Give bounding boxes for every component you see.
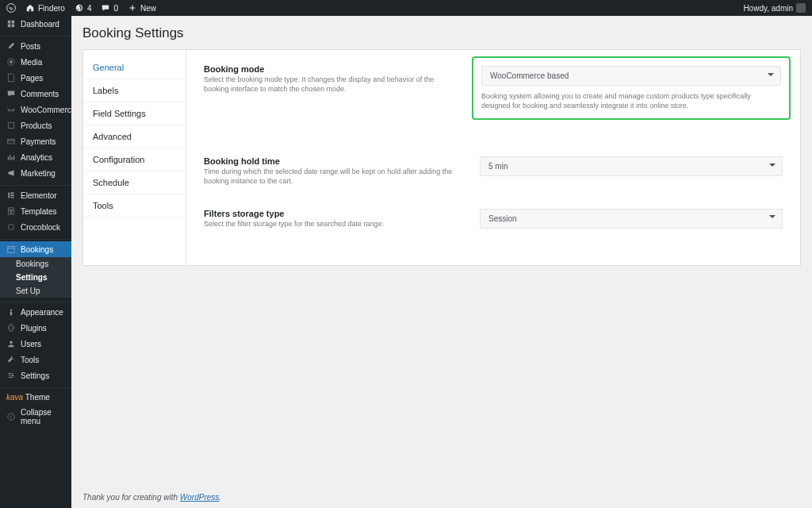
- svg-rect-3: [8, 140, 14, 144]
- menu-separator: [0, 385, 71, 388]
- bookings-submenu: Bookings Settings Set Up: [0, 257, 71, 298]
- tab-advanced[interactable]: Advanced: [83, 125, 186, 148]
- footer-wordpress-link[interactable]: WordPress: [180, 493, 219, 502]
- comments-count: 0: [113, 4, 118, 13]
- comments-icon: [6, 89, 16, 98]
- setting-label: Booking hold time Time during which the …: [204, 156, 458, 186]
- kava-theme-link[interactable]: kava Theme: [0, 390, 71, 405]
- appearance-icon: [6, 307, 16, 317]
- booking-mode-select[interactable]: WooCommerce based: [481, 66, 781, 86]
- site-name: Findero: [38, 4, 65, 13]
- menu-separator: [0, 299, 71, 302]
- sidebar-item-label: Users: [21, 340, 41, 348]
- collapse-menu[interactable]: Collapse menu: [0, 405, 71, 429]
- sidebar-item-label: Payments: [21, 137, 56, 146]
- dashboard-icon: [6, 19, 16, 29]
- admin-sidebar: Dashboard Posts Media Pages Comments Woo…: [0, 16, 71, 508]
- sidebar-item-label: Products: [21, 121, 52, 130]
- sidebar-item-bookings[interactable]: Bookings: [0, 241, 71, 257]
- submenu-bookings[interactable]: Bookings: [0, 257, 71, 271]
- sidebar-item-label: Templates: [21, 207, 57, 216]
- posts-icon: [6, 41, 16, 51]
- sidebar-item-plugins[interactable]: Plugins: [0, 320, 71, 336]
- setting-storage-type: Filters storage type Select the filter s…: [204, 209, 783, 229]
- sidebar-item-elementor[interactable]: Elementor: [0, 187, 71, 203]
- setting-description: Select the booking mode type. It changes…: [204, 75, 458, 94]
- sidebar-item-analytics[interactable]: Analytics: [0, 149, 71, 165]
- sidebar-item-woocommerce[interactable]: WooCommerce: [0, 102, 71, 117]
- sidebar-item-label: Elementor: [21, 191, 57, 200]
- footer-suffix: .: [219, 493, 221, 502]
- setting-description: Select the filter storage type for the s…: [204, 220, 458, 229]
- tab-tools[interactable]: Tools: [83, 194, 186, 217]
- croco-icon: [6, 222, 16, 232]
- update-icon: [75, 3, 84, 13]
- greeting-text: Howdy, admin: [743, 4, 793, 13]
- sidebar-item-users[interactable]: Users: [0, 336, 71, 352]
- sidebar-item-label: Plugins: [21, 324, 47, 333]
- setting-title: Booking hold time: [204, 156, 458, 166]
- setting-label: Booking mode Select the booking mode typ…: [204, 64, 458, 94]
- new-label: New: [140, 4, 156, 13]
- hold-time-select[interactable]: 5 min: [480, 156, 783, 176]
- sidebar-item-crocoblock[interactable]: Crocoblock: [0, 219, 71, 235]
- woo-icon: [6, 105, 16, 114]
- svg-rect-12: [10, 312, 12, 315]
- sidebar-item-dashboard[interactable]: Dashboard: [0, 16, 71, 32]
- storage-type-select[interactable]: Session: [480, 209, 783, 229]
- sidebar-item-products[interactable]: Products: [0, 117, 71, 133]
- site-name-link[interactable]: Findero: [25, 3, 65, 13]
- sidebar-item-comments[interactable]: Comments: [0, 86, 71, 102]
- sidebar-item-settings[interactable]: Settings: [0, 368, 71, 383]
- tab-schedule[interactable]: Schedule: [83, 171, 186, 194]
- tools-icon: [6, 355, 16, 364]
- avatar: [796, 3, 806, 13]
- settings-body: Booking mode Select the booking mode typ…: [186, 50, 800, 265]
- settings-panel: General Labels Field Settings Advanced C…: [82, 49, 801, 266]
- sidebar-item-appearance[interactable]: Appearance: [0, 304, 71, 320]
- sidebar-item-tools[interactable]: Tools: [0, 352, 71, 368]
- user-greeting-link[interactable]: Howdy, admin: [743, 3, 806, 13]
- new-link[interactable]: New: [128, 3, 156, 13]
- marketing-icon: [6, 168, 16, 178]
- svg-point-1: [10, 60, 13, 64]
- tab-general[interactable]: General: [83, 56, 186, 79]
- tab-configuration[interactable]: Configuration: [83, 148, 186, 171]
- sidebar-item-label: Bookings: [21, 245, 53, 254]
- admin-bar: Findero 4 0 New Howdy, admin: [0, 0, 812, 16]
- svg-rect-5: [8, 192, 10, 198]
- kava-suffix: Theme: [25, 393, 50, 402]
- tab-labels[interactable]: Labels: [83, 79, 186, 102]
- sidebar-item-pages[interactable]: Pages: [0, 70, 71, 86]
- setting-title: Filters storage type: [204, 209, 458, 218]
- pages-icon: [6, 73, 16, 83]
- content-area: Booking Settings General Labels Field Se…: [71, 16, 812, 508]
- svg-point-9: [8, 224, 13, 229]
- svg-point-13: [10, 341, 13, 344]
- footer-prefix: Thank you for creating with: [82, 493, 180, 502]
- updates-count: 4: [87, 4, 92, 13]
- footer: Thank you for creating with WordPress.: [82, 493, 221, 502]
- submenu-settings[interactable]: Settings: [0, 271, 71, 284]
- sidebar-item-label: Marketing: [21, 169, 56, 178]
- settings-tabs: General Labels Field Settings Advanced C…: [83, 50, 186, 265]
- sidebar-item-media[interactable]: Media: [0, 54, 71, 70]
- media-icon: [6, 57, 16, 67]
- sidebar-item-payments[interactable]: Payments: [0, 133, 71, 149]
- submenu-setup[interactable]: Set Up: [0, 284, 71, 298]
- wp-logo[interactable]: [6, 3, 16, 13]
- sidebar-item-label: WooCommerce: [21, 106, 71, 114]
- sidebar-item-marketing[interactable]: Marketing: [0, 165, 71, 181]
- setting-control: Session: [480, 209, 783, 229]
- sidebar-item-templates[interactable]: Templates: [0, 203, 71, 219]
- comments-link[interactable]: 0: [101, 3, 118, 13]
- kava-brand: kava: [6, 393, 23, 402]
- sidebar-item-label: Posts: [21, 42, 40, 51]
- updates-link[interactable]: 4: [75, 3, 92, 13]
- payments-icon: [6, 137, 16, 146]
- svg-rect-10: [8, 246, 14, 252]
- collapse-icon: [6, 412, 16, 421]
- sidebar-item-posts[interactable]: Posts: [0, 38, 71, 54]
- tab-field-settings[interactable]: Field Settings: [83, 102, 186, 125]
- sidebar-item-label: Appearance: [21, 308, 63, 317]
